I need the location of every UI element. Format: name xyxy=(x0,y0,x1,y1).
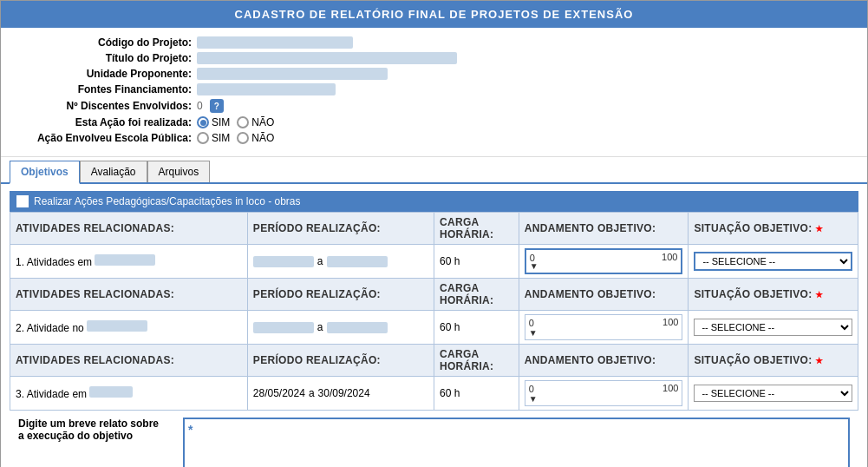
situacao-2-cell[interactable]: -- SELECIONE -- xyxy=(689,311,858,345)
fontes-label: Fontes Financiamento: xyxy=(18,83,192,95)
acao-nao-radio-icon xyxy=(237,116,249,128)
escola-sim-radio[interactable]: SIM xyxy=(197,132,230,144)
col-carga-header-2: Carga Horária: xyxy=(434,279,519,311)
codigo-row: Código do Projeto: xyxy=(18,36,850,49)
acao-sim-label: SIM xyxy=(212,116,230,128)
required-star-2: ★ xyxy=(815,290,823,299)
table-header-row-2: Atividades Relacionadas: Período Realiza… xyxy=(10,279,858,311)
andamento-3-container[interactable]: 0 100 ▼ xyxy=(525,380,683,406)
col-andamento-header-3: Andamento Objetivo: xyxy=(519,345,689,377)
period-1-start xyxy=(253,256,314,267)
textarea-input[interactable] xyxy=(188,437,845,467)
unidade-value xyxy=(197,68,388,80)
andamento-1-max: 100 xyxy=(662,252,677,262)
required-star-1: ★ xyxy=(815,224,823,234)
table-row: 2. Atividade no a 60 h 0 10 xyxy=(10,311,858,345)
andamento-1-arrow: ▼ xyxy=(530,261,538,271)
andamento-2-container[interactable]: 0 100 ▼ xyxy=(525,314,683,340)
page-wrapper: CADASTRO DE RELATÓRIO FINAL DE PROJETOS … xyxy=(0,0,868,467)
textarea-label: Digite um breve relato sobrea execução d… xyxy=(18,418,174,442)
textarea-label-text: Digite um breve relato sobrea execução d… xyxy=(18,418,159,442)
titulo-row: Título do Projeto: xyxy=(18,52,850,64)
header-title: CADASTRO DE RELATÓRIO FINAL DE PROJETOS … xyxy=(235,8,634,21)
activities-table: Atividades Relacionadas: Período Realiza… xyxy=(10,212,858,411)
page-header: CADASTRO DE RELATÓRIO FINAL DE PROJETOS … xyxy=(1,1,867,28)
required-star-3: ★ xyxy=(815,356,823,365)
andamento-2-max: 100 xyxy=(662,317,678,327)
activity-1-name-blurred xyxy=(95,254,155,266)
objective-checkbox-icon xyxy=(16,195,29,207)
andamento-3-cell: 0 100 ▼ xyxy=(519,377,689,411)
escola-nao-radio[interactable]: NÃO xyxy=(237,132,274,144)
table-header-row-1: Atividades Relacionadas: Período Realiza… xyxy=(10,213,858,245)
activity-3-name-blurred xyxy=(89,386,133,398)
situacao-1-cell[interactable]: -- SELECIONE -- xyxy=(689,245,858,279)
acao-sim-radio-icon xyxy=(197,116,209,128)
escola-nao-label: NÃO xyxy=(251,132,274,144)
tab-avaliacao[interactable]: Avaliação xyxy=(80,161,147,182)
andamento-2-arrow: ▼ xyxy=(529,328,538,338)
acao-nao-label: NÃO xyxy=(251,116,274,128)
period-2-content: a xyxy=(253,321,428,333)
hours-2-cell: 60 h xyxy=(434,311,519,345)
hours-2-value: 60 h xyxy=(440,321,460,333)
acao-realizada-row: Esta Ação foi realizada: SIM NÃO xyxy=(18,116,850,128)
tabs-row: Objetivos Avaliação Arquivos xyxy=(10,161,858,182)
textarea-container: * xyxy=(183,418,850,467)
activity-1-number: 1. Atividades em xyxy=(16,256,95,268)
period-1-content: a xyxy=(253,255,428,267)
objectives-section: Realizar Ações Pedagógicas/Capacitações … xyxy=(1,184,867,467)
activity-3-cell: 3. Atividade em xyxy=(10,377,248,411)
textarea-required-star: * xyxy=(188,423,193,437)
period-1-cell: a xyxy=(247,245,434,279)
period-2-start xyxy=(253,322,314,333)
period-2-end xyxy=(327,322,388,333)
situacao-2-select[interactable]: -- SELECIONE -- xyxy=(694,319,852,336)
titulo-label: Título do Projeto: xyxy=(18,52,192,64)
acao-nao-radio[interactable]: NÃO xyxy=(237,116,274,128)
situacao-3-cell[interactable]: -- SELECIONE -- xyxy=(689,377,858,411)
discentes-row: Nº Discentes Envolvidos: 0 ? xyxy=(18,99,850,113)
acao-realizada-radio-group: SIM NÃO xyxy=(197,116,274,128)
period-3-end: 30/09/2024 xyxy=(318,387,370,399)
hours-1-value: 60 h xyxy=(440,255,460,267)
escola-nao-radio-icon xyxy=(237,132,249,144)
period-3-content: 28/05/2024 a 30/09/2024 xyxy=(253,387,428,399)
discentes-value: 0 xyxy=(197,100,203,112)
andamento-2-min: 0 xyxy=(529,318,534,328)
help-icon[interactable]: ? xyxy=(210,99,224,113)
period-2-separator: a xyxy=(317,321,323,333)
andamento-3-min: 0 xyxy=(529,384,534,394)
unidade-row: Unidade Proponente: xyxy=(18,68,850,80)
tab-objetivos[interactable]: Objetivos xyxy=(10,161,80,184)
andamento-3-max: 100 xyxy=(662,383,678,393)
situacao-3-select[interactable]: -- SELECIONE -- xyxy=(694,385,852,402)
situacao-1-select[interactable]: -- SELECIONE -- xyxy=(694,252,852,271)
escola-radio-group: SIM NÃO xyxy=(197,132,274,144)
discentes-label: Nº Discentes Envolvidos: xyxy=(18,100,192,112)
activity-2-cell: 2. Atividade no xyxy=(10,311,248,345)
objective-title: Realizar Ações Pedagógicas/Capacitações … xyxy=(34,195,301,207)
col-andamento-header-1: Andamento Objetivo: xyxy=(519,213,689,245)
acao-realizada-label: Esta Ação foi realizada: xyxy=(18,116,192,128)
tab-arquivos-label: Arquivos xyxy=(159,166,199,178)
tab-arquivos[interactable]: Arquivos xyxy=(147,161,211,182)
hours-1-cell: 60 h xyxy=(434,245,519,279)
andamento-2-cell: 0 100 ▼ xyxy=(519,311,689,345)
col-situacao-header-2: Situação Objetivo: ★ xyxy=(689,279,858,311)
escola-sim-label: SIM xyxy=(212,132,230,144)
period-3-separator: a xyxy=(309,387,315,399)
col-carga-header-3: Carga Horária: xyxy=(434,345,519,377)
col-periodo-header-1: Período Realização: xyxy=(247,213,434,245)
tab-avaliacao-label: Avaliação xyxy=(91,166,136,178)
hours-3-value: 60 h xyxy=(440,387,460,399)
table-header-row-3: Atividades Relacionadas: Período Realiza… xyxy=(10,345,858,377)
period-3-cell: 28/05/2024 a 30/09/2024 xyxy=(247,377,434,411)
col-atividades-header-1: Atividades Relacionadas: xyxy=(10,213,248,245)
fontes-row: Fontes Financiamento: xyxy=(18,83,850,95)
form-section: Código do Projeto: Título do Projeto: Un… xyxy=(1,28,867,157)
andamento-1-container[interactable]: 0 100 ▼ xyxy=(525,248,683,274)
col-periodo-header-3: Período Realização: xyxy=(247,345,434,377)
col-atividades-header-2: Atividades Relacionadas: xyxy=(10,279,248,311)
acao-sim-radio[interactable]: SIM xyxy=(197,116,230,128)
